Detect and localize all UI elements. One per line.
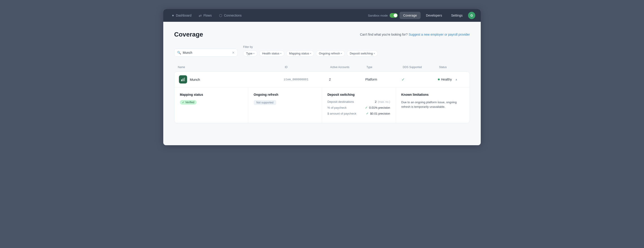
clear-icon[interactable]: ✕ (232, 51, 235, 55)
known-limitations-card: Known limitations Due to an ongoing plat… (396, 87, 470, 123)
search-input[interactable] (183, 51, 230, 55)
row-dds: ✓ (402, 77, 438, 82)
row-name-cell: Munch (179, 75, 284, 84)
cant-find-text: Can't find what you're looking for? (360, 33, 408, 36)
search-box: 🔍 ✕ (174, 49, 238, 57)
table-header: Name ID Active Accounts Type DDS Support… (174, 64, 470, 71)
deposit-switching-card: Deposit switching Deposit destinations 2… (322, 87, 396, 123)
col-type: Type (366, 66, 403, 69)
filter-deposit-label: Deposit switching (350, 52, 372, 55)
nav-dashboard-label: Dashboard (176, 14, 192, 17)
not-supported-badge: Not supported (254, 100, 276, 105)
ongoing-refresh-title: Ongoing refresh (254, 93, 316, 96)
dashboard-icon: ● (172, 13, 174, 18)
deposit-pct-value: 0.01% precision (369, 106, 390, 109)
deposit-amt-row: $ amount of paycheck ✓ $0.01 precision (328, 112, 390, 115)
collapse-icon[interactable]: ▲ (455, 78, 458, 81)
known-limitations-title: Known limitations (401, 93, 464, 96)
mapping-status-title: Mapping status (180, 93, 243, 96)
nav-flows[interactable]: ⇄ Flows (196, 12, 215, 20)
row-accounts: 2 (329, 78, 365, 81)
suggest-section: Can't find what you're looking for? Sugg… (360, 33, 470, 37)
nav-connections-label: Connections (224, 14, 242, 17)
nav-dashboard[interactable]: ● Dashboard (169, 12, 194, 19)
filter-type-label: Type (246, 52, 252, 55)
filter-mapping-status[interactable]: Mapping status ▾ (286, 50, 314, 57)
filter-health-label: Health status (262, 52, 279, 55)
expanded-details: Mapping status ✓ Verified Ongoing refres… (174, 87, 470, 123)
company-name: Munch (190, 78, 200, 81)
deposit-amt-label: $ amount of paycheck (328, 112, 356, 115)
not-supported-label: Not supported (256, 101, 274, 104)
amt-check-icon: ✓ (366, 112, 369, 115)
search-filter-row: 🔍 ✕ Filter by Type ▾ Health status ▾ (174, 45, 470, 57)
deposit-amt-value-group: ✓ $0.01 precision (366, 112, 390, 115)
filter-section: Filter by Type ▾ Health status ▾ Mapping… (243, 45, 378, 57)
row-status: Healthy ▲ (438, 78, 465, 81)
dds-check-icon: ✓ (402, 77, 404, 82)
connections-icon: ⬡ (219, 13, 222, 18)
deposit-switching-title: Deposit switching (328, 93, 390, 96)
svg-rect-0 (181, 79, 182, 81)
nav-left: ● Dashboard ⇄ Flows ⬡ Connections (169, 12, 366, 20)
refresh-chevron-icon: ▾ (341, 52, 342, 55)
mapping-chevron-icon: ▾ (310, 52, 311, 55)
filter-health-status[interactable]: Health status ▾ (259, 50, 284, 57)
ongoing-refresh-card: Ongoing refresh Not supported (248, 87, 322, 123)
tab-coverage[interactable]: Coverage (400, 12, 421, 19)
search-icon: 🔍 (177, 51, 181, 55)
filter-deposit-switching[interactable]: Deposit switching ▾ (347, 50, 378, 57)
nav-flows-label: Flows (204, 14, 212, 17)
known-limitations-text: Due to an ongoing platform issue, ongoin… (401, 100, 464, 109)
deposit-destinations-label: Deposit destinations (328, 100, 354, 103)
deposit-pct-value-group: ✓ 0.01% precision (365, 106, 390, 109)
deposit-destinations-row: Deposit destinations 2 (max. no.) (328, 100, 390, 103)
verified-badge: ✓ Verified (180, 100, 196, 105)
svg-rect-2 (184, 78, 185, 81)
pct-check-icon: ✓ (365, 106, 368, 109)
deposit-amt-value: $0.01 precision (370, 112, 390, 115)
suggest-link[interactable]: Suggest a new employer or payroll provid… (408, 33, 470, 36)
col-active-accounts: Active Accounts (330, 66, 366, 69)
badge-check-icon: ✓ (182, 101, 184, 104)
deposit-pct-row: % of paycheck ✓ 0.01% precision (328, 106, 390, 109)
filter-mapping-label: Mapping status (289, 52, 309, 55)
tab-settings[interactable]: Settings (448, 12, 466, 19)
page-header: Coverage Can't find what you're looking … (174, 31, 470, 38)
flows-icon: ⇄ (199, 13, 202, 18)
sandbox-label: Sandbox mode (368, 14, 388, 17)
nav-connections[interactable]: ⬡ Connections (216, 12, 245, 20)
table-row: Munch item_000000001 2 Platform ✓ Health… (174, 72, 470, 123)
health-chevron-icon: ▾ (280, 52, 282, 55)
mapping-status-card: Mapping status ✓ Verified (174, 87, 248, 123)
sandbox-toggle[interactable] (390, 13, 398, 18)
main-content: Coverage Can't find what you're looking … (163, 22, 481, 132)
filter-type[interactable]: Type ▾ (243, 50, 257, 57)
tab-developers[interactable]: Developers (422, 12, 446, 19)
deposit-destinations-value: 2 (375, 100, 376, 103)
filter-ongoing-refresh[interactable]: Ongoing refresh ▾ (316, 50, 345, 57)
col-id: ID (285, 66, 330, 69)
deposit-chevron-icon: ▾ (374, 52, 375, 55)
filter-refresh-label: Ongoing refresh (319, 52, 340, 55)
deposit-pct-label: % of paycheck (328, 106, 347, 109)
verified-label: Verified (185, 101, 194, 104)
col-status: Status (439, 66, 466, 69)
status-text: Healthy (441, 78, 452, 81)
page-title: Coverage (174, 31, 203, 38)
row-type: Platform (365, 78, 402, 81)
filter-label: Filter by (243, 45, 378, 49)
col-dds: DDS Supported (403, 66, 439, 69)
table-row-main[interactable]: Munch item_000000001 2 Platform ✓ Health… (174, 72, 470, 87)
filter-chips: Type ▾ Health status ▾ Mapping status ▾ … (243, 50, 378, 57)
navigation: ● Dashboard ⇄ Flows ⬡ Connections Sandbo… (163, 9, 481, 22)
munch-logo-icon (181, 77, 185, 82)
type-chevron-icon: ▾ (253, 52, 254, 55)
status-dot (438, 79, 440, 80)
svg-rect-1 (182, 79, 184, 81)
row-id: item_000000001 (284, 78, 329, 81)
nav-right: Sandbox mode Coverage Developers Setting… (368, 12, 475, 19)
user-avatar[interactable]: G (468, 12, 475, 19)
deposit-destinations-note: (max. no.) (378, 100, 390, 103)
deposit-destinations-value-group: 2 (max. no.) (375, 100, 390, 103)
